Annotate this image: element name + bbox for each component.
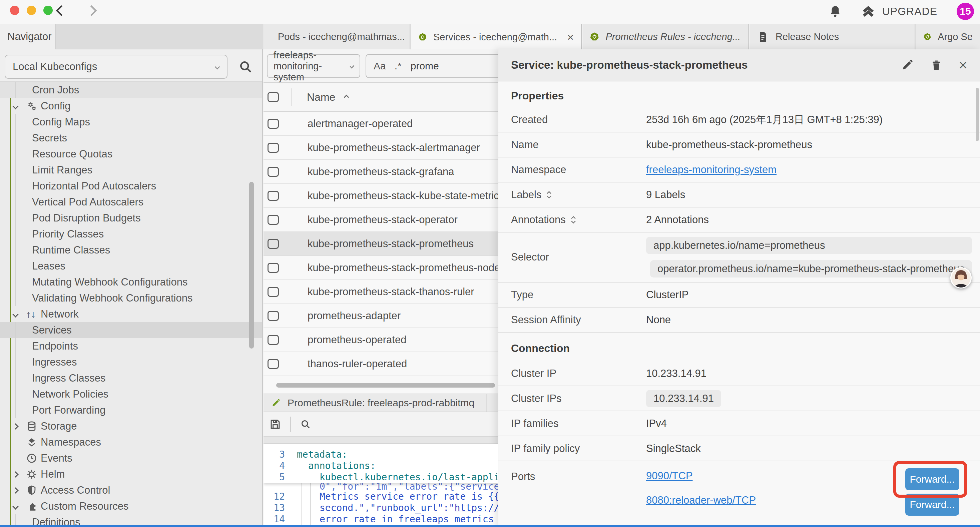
tab-services[interactable]: Services - icecheng@math... × [411,24,582,50]
bell-icon[interactable] [828,4,842,18]
selector-chip[interactable]: operator.prometheus.io/name=kube-prometh… [650,260,972,277]
detail-scrollbar[interactable] [976,88,978,141]
table-row-selected[interactable]: kube-prometheus-stack-prometheus [264,232,498,256]
editor-tab-title: PrometheusRule: freeleaps-prod-rabbitmq [288,397,474,409]
row-checkbox[interactable] [267,239,279,249]
editor-tab-2[interactable] [487,394,498,412]
table-row[interactable]: kube-prometheus-stack-prometheus-node-ex… [264,256,498,280]
column-header-name[interactable]: Name [307,91,335,103]
detail-row-cluster-ips: Cluster IPs 10.233.14.91 [498,386,980,411]
sidebar-group-network[interactable]: ↑↓ Network [0,306,262,322]
sidebar-item-validating-webhook-configurations[interactable]: Validating Webhook Configurations [0,290,262,306]
port-link-8080[interactable]: 8080:reloader-web/TCP [646,494,756,507]
expand-sort-icon[interactable] [570,215,576,224]
horizontal-scrollbar[interactable] [276,383,495,388]
sidebar-item-ingress-classes[interactable]: Ingress Classes [0,370,262,386]
sort-ascending-icon[interactable] [344,94,349,100]
tab-prometheus-rules[interactable]: Prometheus Rules - icecheng... [582,24,749,49]
sidebar-item-vertical-pod-autoscalers[interactable]: Vertical Pod Autoscalers [0,194,262,210]
delete-icon[interactable] [930,58,943,72]
assistant-avatar[interactable] [950,267,972,288]
sidebar-scrollbar[interactable] [249,182,254,349]
sidebar-item-limit-ranges[interactable]: Limit Ranges [0,162,262,178]
table-row[interactable]: prometheus-operated [264,328,498,352]
sidebar-item-ingresses[interactable]: Ingresses [0,354,262,370]
sidebar-item-pod-disruption-budgets[interactable]: Pod Disruption Budgets [0,210,262,226]
row-checkbox[interactable] [267,263,279,273]
row-checkbox[interactable] [267,311,279,321]
table-row[interactable]: kube-prometheus-stack-thanos-ruler [264,280,498,304]
sidebar-item-network-policies[interactable]: Network Policies [0,386,262,402]
expand-sort-icon[interactable] [546,191,552,199]
table-row[interactable]: kube-prometheus-stack-alertmanager [264,136,498,160]
filter-box[interactable]: Aa .* prome [366,54,498,78]
forward-icon[interactable] [85,3,100,18]
row-checkbox[interactable] [267,167,279,177]
editor-search-icon[interactable] [299,418,312,430]
back-icon[interactable] [53,3,67,18]
close-window-button[interactable] [10,6,19,15]
row-checkbox[interactable] [267,287,279,297]
filter-input[interactable]: prome [410,61,439,72]
namespace-link[interactable]: freeleaps-monitoring-system [646,164,776,176]
sidebar-item-events[interactable]: Events [0,450,262,466]
select-all-checkbox[interactable] [267,92,279,102]
row-checkbox[interactable] [267,119,279,129]
table-row[interactable]: thanos-ruler-operated [264,352,498,376]
row-checkbox[interactable] [267,215,279,225]
yaml-editor[interactable]: 3metadata: 4annotations: 5kubectl.kubern… [264,444,498,527]
row-checkbox[interactable] [267,335,279,345]
sidebar-item-runtime-classes[interactable]: Runtime Classes [0,242,262,258]
sidebar-item-priority-classes[interactable]: Priority Classes [0,226,262,242]
search-icon[interactable] [238,59,253,74]
sidebar-group-custom-resources[interactable]: Custom Resources [0,498,262,514]
tab-navigator[interactable]: Navigator [0,24,56,49]
kubeconfig-selector[interactable]: Local Kubeconfigs [5,55,228,79]
close-tab-icon[interactable]: × [567,31,574,44]
sidebar-item-horizontal-pod-autoscalers[interactable]: Horizontal Pod Autoscalers [0,178,262,194]
save-icon[interactable] [269,418,282,431]
table-row[interactable]: kube-prometheus-stack-kube-state-metrics [264,184,498,208]
sidebar-item-secrets[interactable]: Secrets [0,130,262,146]
table-row[interactable]: kube-prometheus-stack-operator [264,208,498,232]
row-checkbox[interactable] [267,143,279,153]
table-row[interactable]: alertmanager-operated [264,112,498,136]
edit-icon[interactable] [900,58,914,72]
row-checkbox[interactable] [267,359,279,369]
upgrade-button[interactable]: UPGRADE [862,5,937,18]
port-link-9090[interactable]: 9090/TCP [646,469,756,482]
regex-icon[interactable]: .* [395,61,402,72]
sidebar-item-namespaces[interactable]: Namespaces [0,434,262,450]
sidebar-group-config[interactable]: Config [0,98,262,114]
close-panel-icon[interactable]: × [959,58,967,72]
tab-release-notes[interactable]: Release Notes [749,24,915,49]
table-row[interactable]: kube-prometheus-stack-grafana [264,160,498,184]
editor-tab-prometheusrule[interactable]: PrometheusRule: freeleaps-prod-rabbitmq [264,394,486,412]
sidebar-item-config-maps[interactable]: Config Maps [0,114,262,130]
maximize-window-button[interactable] [43,6,53,15]
table-row[interactable]: prometheus-adapter [264,304,498,328]
kubernetes-icon [924,30,931,43]
sidebar-group-helm[interactable]: Helm [0,466,262,482]
match-case-icon[interactable]: Aa [374,61,386,72]
tab-pods[interactable]: Pods - icecheng@mathmas... [264,24,410,49]
minimize-window-button[interactable] [27,6,36,15]
sidebar-item-resource-quotas[interactable]: Resource Quotas [0,146,262,162]
sidebar-group-access-control[interactable]: Access Control [0,482,262,498]
sidebar-group-storage[interactable]: Storage [0,418,262,434]
cluster-ip-chip[interactable]: 10.233.14.91 [646,390,721,407]
sidebar-item-services[interactable]: Services [0,322,262,338]
sidebar-item-leases[interactable]: Leases [0,258,262,274]
runbook-url-link[interactable]: https://net [455,502,498,513]
sidebar-item-cron-jobs[interactable]: Cron Jobs [0,82,262,98]
upgrade-label: UPGRADE [882,5,937,18]
row-checkbox[interactable] [267,191,279,201]
sidebar-item-mutating-webhook-configurations[interactable]: Mutating Webhook Configurations [0,274,262,290]
notification-badge[interactable]: 15 [957,3,974,20]
kubeconfig-selector-value: Local Kubeconfigs [13,61,97,73]
tab-argo[interactable]: Argo Se [916,24,980,49]
selector-chip[interactable]: app.kubernetes.io/name=prometheus [646,237,972,254]
namespace-selector[interactable]: freeleaps-monitoring-system [267,54,360,78]
sidebar-item-port-forwarding[interactable]: Port Forwarding [0,402,262,418]
sidebar-item-endpoints[interactable]: Endpoints [0,338,262,354]
